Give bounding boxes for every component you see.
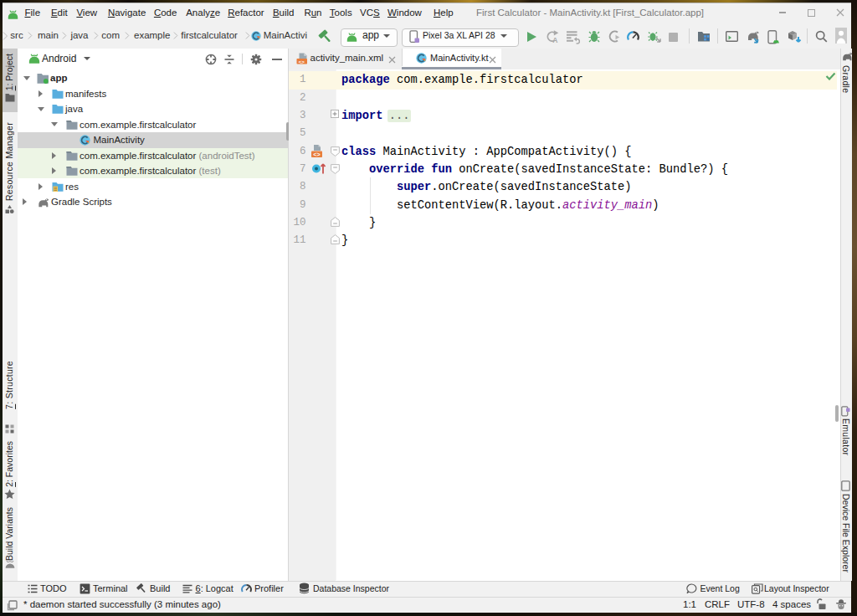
svg-text:<>: <> bbox=[313, 151, 320, 158]
svg-text:<>: <> bbox=[299, 59, 305, 64]
svg-text:A: A bbox=[552, 36, 557, 44]
